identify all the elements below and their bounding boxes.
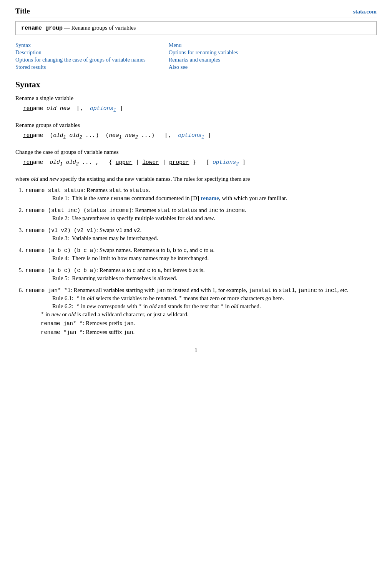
- rule-item-1: rename stat status: Renames stat to stat…: [15, 187, 377, 203]
- rule-sub-61: Rule 6.1: * in old selects the variables…: [52, 295, 377, 302]
- rename-bracket-3: [: [206, 159, 209, 165]
- rename-cmd-2: ren: [23, 132, 33, 138]
- rename-upper: upper: [116, 159, 133, 165]
- rule-sub-62: Rule 6.2: * in new corresponds with * in…: [52, 303, 377, 310]
- rule-main-4: rename (a b c) (b c a): Swaps names. Ren…: [25, 247, 377, 254]
- nav-options-case[interactable]: Options for changing the case of groups …: [15, 57, 146, 63]
- rename-brace-open: {: [109, 159, 115, 165]
- rule-body-2: rename (stat inc) (status income): Renam…: [25, 207, 377, 223]
- rename-rest-3: ame: [33, 159, 43, 165]
- rename-cmd-1: ren: [23, 105, 33, 112]
- command-description: Rename groups of variables: [71, 25, 136, 31]
- rule-body-3: rename (v1 v2) (v2 v1): Swaps v1 and v2.…: [25, 227, 377, 243]
- rule-sub-1: Rule 1: This is the same rename command …: [52, 195, 377, 202]
- rename-paren-2: (old1 old2 ...): [47, 132, 102, 138]
- rename-bracket-close-3: ]: [242, 159, 246, 165]
- rename-groups-code: rename (old1 old2 ...) (new1 new2 ...) […: [23, 132, 377, 140]
- nav-section: Syntax Description Options for changing …: [15, 42, 377, 71]
- rename-options-1: options1: [90, 105, 116, 112]
- rule-sub-5: Rule 5: Renaming variables to themselves…: [52, 275, 377, 282]
- command-box: rename group — Rename groups of variable…: [15, 21, 377, 35]
- command-dash: —: [64, 25, 71, 31]
- rename-bracket-close-2: ]: [208, 132, 211, 138]
- rename-newparen-2: (new1 new2 ...): [106, 132, 155, 138]
- rule-main-6: rename jan* *1: Renames all variables st…: [25, 287, 377, 294]
- rename-cmd-3: ren: [23, 159, 33, 165]
- wildcard-note-2: rename jan* *: Removes prefix jan.: [41, 320, 377, 327]
- rename-rest-1: ame: [33, 105, 43, 112]
- rule-item-6: rename jan* *1: Renames all variables st…: [15, 287, 377, 338]
- nav-options-rename[interactable]: Options for renaming variables: [169, 49, 238, 56]
- rule-item-5: rename (a b c) (c b a): Renames a to c a…: [15, 267, 377, 283]
- rename-rest-2: ame: [33, 132, 43, 138]
- rename-case-label: Change the case of groups of variable na…: [15, 149, 377, 155]
- nav-col-left: Syntax Description Options for changing …: [15, 42, 146, 71]
- rules-list: rename stat status: Renames stat to stat…: [15, 187, 377, 338]
- rule-body-4: rename (a b c) (b c a): Swaps names. Ren…: [25, 247, 377, 263]
- wildcard-note-3: rename *jan *: Removes suffix jan.: [41, 329, 377, 335]
- wildcard-note-1: * in new or old is called a wildcard cha…: [41, 311, 377, 318]
- rule-main-3: rename (v1 v2) (v2 v1): Swaps v1 and v2.: [25, 227, 377, 234]
- rename-oldvars-3: old1 old2 ...: [47, 159, 92, 165]
- rename-proper: proper: [169, 159, 189, 165]
- rename-bracket-2: [,: [158, 132, 175, 138]
- page-title: Title: [15, 7, 30, 15]
- nav-remarks[interactable]: Remarks and examples: [169, 57, 238, 63]
- rename-single-label: Rename a single variable: [15, 95, 377, 102]
- rename-bracket-close-1: ]: [120, 105, 123, 112]
- nav-description[interactable]: Description: [15, 49, 146, 56]
- rename-case-code: rename old1 old2 ... , { upper | lower |…: [23, 159, 377, 167]
- rule-main-5: rename (a b c) (c b a): Renames a to c a…: [25, 267, 377, 274]
- rename-comma-3: ,: [96, 159, 106, 165]
- rename-options-3: options2: [213, 159, 239, 165]
- page-header: Title stata.com: [15, 7, 377, 17]
- rename-pipe-2: |: [163, 159, 169, 165]
- rename-bracket-1: [,: [73, 105, 87, 112]
- rule-body-6: rename jan* *1: Renames all variables st…: [25, 287, 377, 338]
- nav-col-right: Menu Options for renaming variables Rema…: [169, 42, 238, 71]
- rule-item-3: rename (v1 v2) (v2 v1): Swaps v1 and v2.…: [15, 227, 377, 243]
- command-name: rename group: [21, 25, 63, 32]
- nav-also-see[interactable]: Also see: [169, 64, 238, 70]
- rule-item-2: rename (stat inc) (status income): Renam…: [15, 207, 377, 223]
- rename-pipe-1: |: [136, 159, 142, 165]
- nav-stored-results[interactable]: Stored results: [15, 64, 146, 70]
- page-number: 1: [15, 347, 377, 354]
- rule-sub-3: Rule 3: Variable names may be interchang…: [52, 235, 377, 242]
- rule-body-5: rename (a b c) (c b a): Renames a to c a…: [25, 267, 377, 283]
- rename-lower: lower: [142, 159, 159, 165]
- syntax-rename-single: Rename a single variable rename old new …: [15, 95, 377, 113]
- rule-sub-2: Rule 2: Use parentheses to specify multi…: [52, 215, 377, 222]
- syntax-rename-case: Change the case of groups of variable na…: [15, 149, 377, 167]
- rule-body-1: rename stat status: Renames stat to stat…: [25, 187, 377, 203]
- rule-item-4: rename (a b c) (b c a): Swaps names. Ren…: [15, 247, 377, 263]
- rename-groups-label: Rename groups of variables: [15, 122, 377, 128]
- rule-main-1: rename stat status: Renames stat to stat…: [25, 187, 377, 194]
- stata-link[interactable]: stata.com: [353, 8, 377, 15]
- rename-single-code: rename old new [, options1 ]: [23, 105, 377, 113]
- rename-options-2: options1: [178, 132, 204, 138]
- nav-syntax[interactable]: Syntax: [15, 42, 146, 48]
- rule-main-2: rename (stat inc) (status income): Renam…: [25, 207, 377, 214]
- rename-brace-close: }: [193, 159, 203, 165]
- nav-menu[interactable]: Menu: [169, 42, 238, 48]
- rename-old-1: old new: [47, 105, 73, 112]
- where-text: where old and new specify the existing a…: [15, 176, 377, 182]
- syntax-rename-groups: Rename groups of variables rename (old1 …: [15, 122, 377, 140]
- rule-sub-4: Rule 4: There is no limit to how many na…: [52, 255, 377, 262]
- section-title-syntax: Syntax: [15, 80, 377, 90]
